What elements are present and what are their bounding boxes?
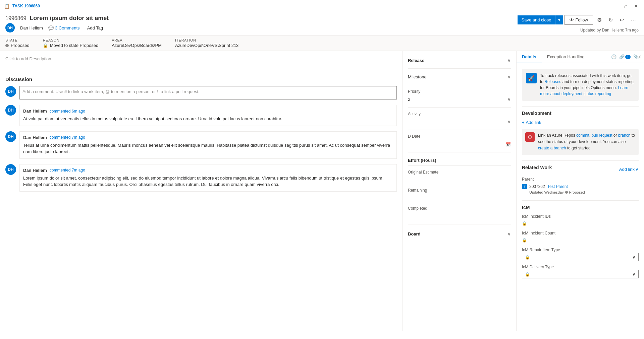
comment-time[interactable]: commented 6m ago [50, 109, 85, 114]
icm-incident-ids-value: 🔒 [522, 219, 639, 227]
parent-item-link[interactable]: Test Parent [547, 184, 568, 189]
comment-header: Dan Hellem commented 7m ago [23, 135, 393, 140]
branch-link[interactable]: branch [618, 133, 631, 138]
board-header: Board ∨ [408, 230, 511, 238]
user-name: Dan Hellem [20, 25, 43, 30]
icm-repair-item-type-field: IcM Repair Item Type 🔒 ∨ [522, 248, 639, 261]
release-value: Release ∨ [408, 56, 511, 64]
task-icon: 📋 [4, 3, 10, 9]
comment-item: DH Dan Hellem commented 7m ago Lorem ips… [5, 164, 397, 192]
state-dot [5, 44, 9, 47]
milestone-chevron[interactable]: ∨ [507, 74, 511, 79]
parent-item-icon: T [522, 184, 527, 189]
ddate-field: D Date 📅 [408, 134, 511, 148]
comment-text: Tellus at urna condimentum mattis pellen… [23, 142, 393, 155]
right-panel-tabs: Details Exception Handling 🕐 🔗 1 📎 0 [517, 51, 644, 63]
create-branch-link[interactable]: create a branch [538, 146, 566, 150]
icm-delivery-type-dropdown[interactable]: 🔒 ∨ [522, 270, 639, 278]
iteration-value[interactable]: AzureDevOps\OneVS\Sprint 213 [175, 43, 238, 48]
board-section: Board ∨ [408, 230, 511, 238]
original-estimate-input[interactable] [408, 177, 511, 183]
board-chevron[interactable]: ∨ [507, 231, 511, 236]
icm-repair-item-type-lock: 🔒 [525, 255, 530, 260]
area-value[interactable]: AzureDevOps\Boards\PM [112, 43, 162, 48]
parent-item: T 2007262 Test Parent Updated Wednesday … [522, 184, 639, 195]
release-chevron[interactable]: ∨ [507, 58, 511, 63]
icm-incident-ids-field: IcM Incident IDs 🔒 [522, 214, 639, 227]
comment-time[interactable]: commented 7m ago [50, 168, 85, 173]
calendar-icon[interactable]: 📅 [505, 142, 511, 147]
icm-delivery-type-label: IcM Delivery Type [522, 265, 639, 269]
completed-input[interactable] [408, 213, 511, 219]
releases-link[interactable]: Releases [544, 79, 561, 84]
related-add-link[interactable]: Add link ∨ [619, 167, 639, 172]
header-meta: DH Dan Hellem 💬 3 Comments Add Tag [5, 23, 109, 32]
parent-label: Parent [522, 177, 639, 182]
remaining-input[interactable] [408, 195, 511, 201]
work-item-title: 1996869 Lorem ipsum dolor sit amet [5, 15, 109, 22]
title-bar: 📋 TASK 1996869 ⤢ ✕ [0, 0, 644, 12]
close-icon[interactable]: ✕ [632, 3, 640, 9]
azure-repos-icon: ⬡ [525, 132, 535, 142]
original-estimate-value[interactable] [408, 176, 511, 184]
dev-link-area: ⬡ Link an Azure Repos commit, pull reque… [522, 129, 639, 155]
comment-item: DH Dan Hellem commented 7m ago Tellus at… [5, 131, 397, 159]
comment-input-box[interactable]: Add a comment. Use # to link a work item… [19, 86, 397, 99]
icm-incident-ids-label: IcM Incident IDs [522, 214, 639, 219]
work-item-id: 1996869 [5, 15, 26, 21]
updated-text: Updated by Dan Hellem: 7m ago [580, 28, 639, 32]
save-and-close-button[interactable]: Save and close [518, 15, 556, 24]
expand-icon[interactable]: ⤢ [621, 3, 629, 9]
title-bar-task-label: TASK 1996869 [12, 4, 40, 8]
state-field: State Proposed [5, 38, 30, 48]
comment-header: Dan Hellem commented 7m ago [23, 168, 393, 173]
refresh-button[interactable]: ↻ [606, 15, 615, 25]
proposed-dot [565, 191, 568, 194]
priority-value: 2 ∨ [408, 95, 511, 103]
add-tag-button[interactable]: Add Tag [85, 25, 105, 31]
header-left: 1996869 Lorem ipsum dolor sit amet DH Da… [5, 15, 109, 32]
development-add-link[interactable]: + Add link [522, 120, 639, 125]
work-item-name[interactable]: Lorem ipsum dolor sit amet [30, 15, 109, 22]
undo-button[interactable]: ↩ [617, 15, 627, 25]
history-icon[interactable]: 🕐 [611, 54, 616, 59]
area-label: Area [112, 38, 162, 42]
attachments-icon[interactable]: 📎 0 [633, 54, 641, 59]
middle-panel: Release ∨ Milestone ∨ Priority 2 ∨ Activ… [402, 51, 517, 331]
icm-delivery-type-field: IcM Delivery Type 🔒 ∨ [522, 265, 639, 278]
title-bar-left: 📋 TASK 1996869 [4, 3, 40, 9]
completed-value[interactable] [408, 212, 511, 220]
tab-details[interactable]: Details [517, 51, 542, 63]
commit-link[interactable]: commit [576, 133, 589, 138]
save-button-group: Save and close ▾ [518, 15, 564, 24]
remaining-value[interactable] [408, 194, 511, 202]
activity-chevron[interactable]: ∨ [507, 119, 511, 124]
activity-value: ∨ [408, 118, 511, 126]
pull-request-link[interactable]: pull request [591, 133, 612, 138]
comment-box: Dan Hellem commented 7m ago Lorem ipsum … [19, 164, 397, 192]
more-options-button[interactable]: ⋯ [628, 15, 639, 25]
tab-exception-handling[interactable]: Exception Handling [542, 51, 590, 63]
icm-repair-item-type-dropdown[interactable]: 🔒 ∨ [522, 253, 639, 261]
comment-content: Dan Hellem commented 7m ago Lorem ipsum … [19, 164, 397, 192]
comment-author: Dan Hellem [23, 109, 47, 114]
original-estimate-label: Original Estimate [408, 170, 511, 175]
related-work-title: Related Work [522, 165, 552, 170]
save-dropdown-button[interactable]: ▾ [555, 15, 563, 24]
description-area[interactable]: Click to add Description. [0, 51, 402, 71]
follow-button[interactable]: 👁 Follow [565, 15, 593, 25]
state-value[interactable]: Proposed [5, 43, 30, 48]
completed-field: Completed [408, 206, 511, 220]
left-panel: Click to add Description. Discussion DH … [0, 51, 402, 331]
comment-time[interactable]: commented 7m ago [50, 135, 85, 140]
priority-chevron[interactable]: ∨ [507, 97, 511, 102]
settings-button[interactable]: ⚙ [594, 15, 604, 25]
comments-link[interactable]: 💬 3 Comments [48, 25, 80, 30]
effort-section: Effort (Hours) Original Estimate Remaini… [408, 158, 511, 220]
icm-repair-item-type-label: IcM Repair Item Type [522, 248, 639, 252]
ddate-value: 📅 [408, 140, 511, 148]
links-icon[interactable]: 🔗 1 [619, 54, 631, 59]
iteration-field: Iteration AzureDevOps\OneVS\Sprint 213 [175, 38, 238, 48]
release-info-icon: 🚀 [526, 73, 537, 83]
parent-item-content: 2007262 Test Parent Updated Wednesday Pr… [529, 184, 585, 195]
